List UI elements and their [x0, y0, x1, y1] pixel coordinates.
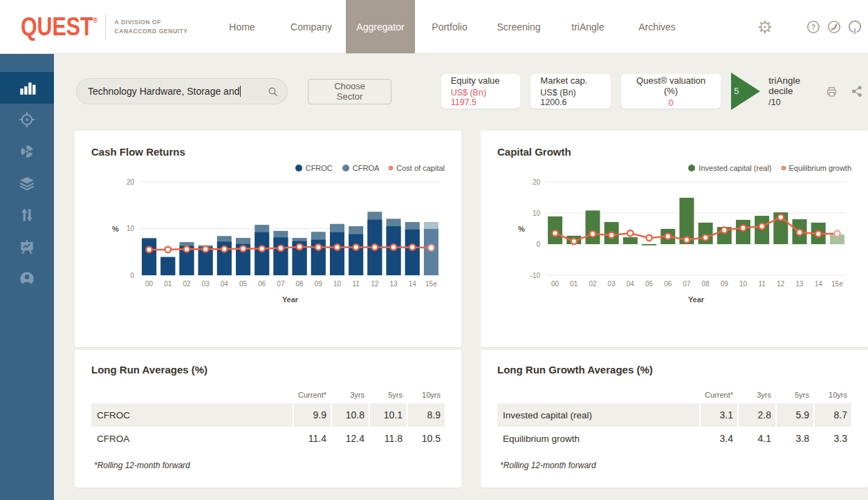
help-question-icon[interactable]: ? [803, 17, 824, 37]
svg-text:02: 02 [589, 280, 597, 288]
legend-item: CFROA [342, 164, 380, 172]
triangle-decile-badge: 5 triAngle decile /10 [731, 73, 823, 110]
cell-value: 3.1 [699, 403, 737, 427]
stat-value: US$ (Bn) 1197.5 [451, 88, 511, 107]
sidebar-item-up-down[interactable] [0, 199, 54, 231]
svg-text:20: 20 [533, 178, 541, 186]
svg-text:12: 12 [371, 280, 379, 288]
cost-of-capital-marker [278, 246, 284, 251]
search-icon [267, 86, 279, 98]
cost-of-capital-marker [146, 247, 151, 252]
equilibrium-growth-marker [571, 239, 577, 244]
division-text: A DIVISION OF CANACCORD GENUITY [115, 18, 188, 35]
invested-capital-real-bar [736, 220, 750, 244]
svg-text:08: 08 [702, 280, 710, 288]
svg-text:13: 13 [795, 280, 804, 288]
cell-value: 11.4 [293, 427, 331, 450]
power-logout-icon[interactable] [844, 17, 865, 37]
cash-flow-returns-chart: 0102000010203040506070809101112131415e%Y… [91, 175, 445, 308]
topbar-icon-group: ? [755, 0, 865, 53]
search-input[interactable]: Technology Hardware, Storage and [76, 78, 288, 104]
cost-of-capital-marker [184, 246, 190, 252]
svg-text:Year: Year [688, 295, 705, 304]
svg-text:12: 12 [777, 280, 785, 288]
equilibrium-growth-marker [703, 234, 708, 240]
svg-text:20: 20 [127, 178, 135, 186]
equilibrium-growth-marker [684, 237, 690, 243]
nav-item-company[interactable]: Company [277, 0, 346, 53]
svg-text:09: 09 [721, 280, 729, 288]
print-icon[interactable] [823, 83, 840, 100]
invested-capital-real-bar [623, 237, 638, 244]
choose-sector-button[interactable]: Choose Sector [308, 79, 391, 104]
share-icon[interactable] [849, 83, 865, 100]
stat-cards: Equity value US$ (Bn) 1197.5 Market cap.… [441, 74, 721, 109]
sidebar-item-user[interactable] [0, 263, 54, 295]
capital-growth-panel: Capital Growth Invested capital (real)Eq… [481, 131, 868, 347]
sidebar-item-presentation[interactable] [0, 231, 54, 263]
column-header: 5yrs [369, 387, 407, 403]
market-cap-card: Market cap. US$ (Bn) 1200.6 [530, 74, 611, 109]
cost-of-capital-marker [315, 244, 321, 250]
search-value: Technology Hardware, Storage and [88, 86, 239, 97]
svg-text:03: 03 [202, 280, 210, 288]
nav-item-triangle[interactable]: triAngle [553, 0, 622, 53]
quest-dashboard: QUEST® A DIVISION OF CANACCORD GENUITY H… [0, 0, 868, 500]
layers-icon [18, 174, 36, 192]
svg-text:06: 06 [664, 280, 672, 288]
svg-text:15e: 15e [831, 280, 843, 288]
sidebar-item-segmented-wheel[interactable] [0, 136, 54, 167]
cost-of-capital-marker [372, 244, 378, 250]
brand-divider [105, 14, 106, 40]
cost-of-capital-marker [297, 244, 302, 250]
settings-gear-icon[interactable] [755, 17, 775, 37]
cfroc-bar [160, 257, 175, 275]
long-run-averages-panel: Long Run Averages (%) Current* 3yrs 5yrs… [75, 350, 461, 488]
nav-item-archives[interactable]: Archives [622, 0, 692, 53]
nav-item-screening[interactable]: Screening [484, 0, 553, 53]
user-icon [18, 270, 36, 288]
cost-of-capital-marker [240, 246, 246, 251]
cell-value: 8.9 [407, 403, 445, 427]
svg-text:04: 04 [221, 280, 229, 288]
left-sidebar [0, 54, 54, 500]
equilibrium-growth-marker [834, 231, 840, 237]
nav-item-aggregator[interactable]: Aggregator [346, 0, 415, 53]
long-run-growth-averages-panel: Long Run Growth Averages (%) Current* 3y… [481, 350, 868, 488]
cell-value: 11.8 [369, 427, 407, 450]
stat-value: 0 [631, 98, 711, 108]
stat-value: US$ (Bn) 1200.6 [540, 88, 601, 107]
svg-text:00: 00 [145, 280, 154, 288]
svg-text:10: 10 [127, 225, 135, 232]
cost-of-capital-marker [221, 246, 227, 252]
legend-dot-marker [295, 165, 302, 172]
stat-title: Equity value [451, 75, 511, 86]
cell-value: 10.8 [331, 403, 369, 427]
quest-valuation-card: Quest® valuation (%) 0 [621, 74, 721, 109]
column-header: 10yrs [813, 387, 851, 403]
nav-item-home[interactable]: Home [207, 0, 277, 53]
cfroc-bar [255, 232, 269, 275]
equilibrium-growth-marker [552, 230, 557, 236]
sidebar-item-target[interactable] [0, 104, 54, 136]
table-footnote: *Rolling 12-month forward [497, 461, 851, 470]
svg-text:07: 07 [277, 280, 285, 288]
target-icon [18, 111, 36, 129]
legend-item: CFROC [295, 164, 333, 172]
sidebar-item-bar-chart[interactable] [0, 72, 54, 104]
sidebar-item-layers[interactable] [0, 167, 54, 199]
table-title: Long Run Averages (%) [91, 364, 445, 376]
svg-text:?: ? [811, 23, 815, 30]
nav-item-portfolio[interactable]: Portfolio [415, 0, 484, 53]
main-nav: Home Company Aggregator Portfolio Screen… [207, 0, 692, 53]
contact-phone-icon[interactable] [824, 17, 844, 37]
legend-item: Invested capital (real) [688, 164, 771, 172]
svg-text:Year: Year [282, 295, 299, 304]
svg-text:01: 01 [164, 280, 172, 288]
cost-of-capital-marker [259, 246, 265, 251]
svg-text:15e: 15e [425, 280, 437, 288]
row-label: CFROC [91, 410, 293, 420]
svg-text:06: 06 [258, 280, 266, 288]
table-row: CFROA 11.4 12.4 11.8 10.5 [91, 427, 445, 450]
segmented-wheel-icon [18, 142, 36, 160]
